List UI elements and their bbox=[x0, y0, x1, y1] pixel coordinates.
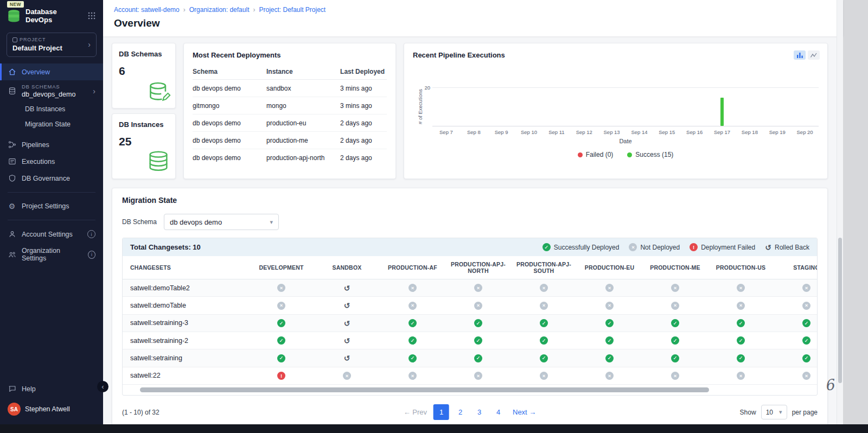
page-button-1[interactable]: 1 bbox=[433, 404, 449, 420]
pagination-range: (1 - 10) of 32 bbox=[122, 409, 159, 416]
not-deployed-icon: × bbox=[671, 372, 679, 380]
not-deployed-icon: × bbox=[802, 284, 810, 292]
pipeline-chart: # of Executions 20 Sep 7Sep 8Sep 9Sep 10… bbox=[413, 87, 819, 158]
info-icon[interactable]: i bbox=[87, 230, 95, 238]
success-icon: ✓ bbox=[671, 354, 679, 362]
changeset-row: satwell:demoTable×↺××××××× bbox=[123, 297, 817, 314]
deployments-column-header: Instance bbox=[266, 63, 340, 80]
sidebar-item-migration-state[interactable]: Migration State bbox=[0, 117, 103, 132]
db-schemas-value: db_devops_demo bbox=[22, 91, 75, 98]
info-icon[interactable]: i bbox=[88, 251, 95, 259]
project-selector[interactable]: PROJECT Default Project › bbox=[7, 33, 97, 57]
prev-button[interactable]: ← Prev bbox=[404, 408, 427, 416]
not-deployed-icon: × bbox=[474, 302, 482, 310]
x-tick-label: Sep 14 bbox=[626, 129, 653, 135]
status-cell: ✓ bbox=[248, 332, 314, 349]
bar-chart-toggle[interactable] bbox=[794, 50, 806, 60]
breadcrumb: Account: satwell-demo›Organization: defa… bbox=[114, 6, 832, 14]
chat-bubble-icon bbox=[8, 385, 16, 393]
sidebar-item-pipelines[interactable]: Pipelines bbox=[0, 136, 103, 153]
legend-label: Success (15) bbox=[635, 151, 673, 158]
status-legend-item: ↺Rolled Back bbox=[765, 244, 809, 251]
project-name: Default Project bbox=[12, 44, 62, 52]
project-icon bbox=[12, 37, 17, 42]
sidebar-item-help[interactable]: Help bbox=[0, 380, 103, 397]
status-cell: ✓ bbox=[445, 332, 511, 349]
status-cell: × bbox=[642, 279, 708, 297]
breadcrumb-item[interactable]: Project: Default Project bbox=[259, 6, 326, 14]
breadcrumb-item[interactable]: Account: satwell-demo bbox=[114, 6, 180, 14]
chart-slot bbox=[488, 88, 515, 126]
success-icon: ✓ bbox=[474, 336, 482, 345]
status-cell: × bbox=[577, 297, 642, 314]
x-tick-label: Sep 18 bbox=[736, 129, 763, 135]
schema-link[interactable]: db devops demo bbox=[193, 132, 266, 149]
app-window: NEW Database DevOps PROJECT Default Proj… bbox=[0, 0, 868, 424]
chart-xticks: Sep 7Sep 8Sep 9Sep 10Sep 11Sep 12Sep 13S… bbox=[432, 129, 819, 135]
db-schema-select[interactable]: db devops demo ▾ bbox=[164, 214, 279, 230]
last-deployed-cell: 3 mins ago bbox=[340, 80, 387, 97]
selected-schema: db devops demo bbox=[170, 218, 222, 226]
breadcrumb-separator: › bbox=[183, 6, 186, 14]
content: DB Schemas 6 DB Instances 25 bbox=[103, 36, 843, 424]
status-cell: × bbox=[445, 367, 511, 384]
changeset-name: satwell:demoTable bbox=[123, 297, 248, 314]
breadcrumb-item[interactable]: Organization: default bbox=[189, 6, 250, 14]
apps-grid-icon[interactable] bbox=[87, 11, 97, 21]
sidebar-item-project-settings[interactable]: ⚙ Project Settings bbox=[0, 198, 103, 214]
recent-deployments-card: Most Recent Deployments SchemaInstanceLa… bbox=[183, 43, 396, 179]
schema-link[interactable]: db devops demo bbox=[193, 114, 266, 132]
chevron-right-icon: › bbox=[93, 87, 95, 95]
shield-icon bbox=[8, 174, 16, 182]
status-cell: ↺ bbox=[314, 279, 380, 297]
page-button-2[interactable]: 2 bbox=[452, 404, 468, 420]
status-cell: × bbox=[774, 297, 817, 314]
changeset-row: satwell:setraining-3✓↺✓✓✓✓✓✓✓ bbox=[123, 314, 817, 332]
next-button[interactable]: Next → bbox=[513, 408, 536, 416]
user-profile[interactable]: SA Stephen Atwell bbox=[0, 397, 103, 424]
sidebar-collapse-button[interactable]: ‹ bbox=[97, 381, 108, 392]
sidebar-item-db-schemas[interactable]: DB SCHEMAS db_devops_demo › bbox=[0, 80, 103, 101]
sidebar-item-account-settings[interactable]: Account Settings i bbox=[0, 226, 103, 243]
horizontal-scrollbar[interactable] bbox=[127, 387, 813, 392]
sidebar-item-overview[interactable]: Overview bbox=[0, 63, 103, 80]
y-axis-tick: 20 bbox=[424, 85, 430, 91]
sidebar-item-executions[interactable]: Executions bbox=[0, 153, 103, 170]
sidebar-item-db-instances[interactable]: DB Instances bbox=[0, 101, 103, 117]
gear-icon: ⚙ bbox=[8, 202, 16, 210]
not-deployed-icon: × bbox=[343, 372, 351, 380]
line-chart-toggle[interactable] bbox=[808, 50, 820, 60]
failed-icon: ! bbox=[277, 372, 285, 380]
page-size-select[interactable]: 10 ▾ bbox=[761, 405, 787, 419]
chevron-right-icon: › bbox=[88, 40, 91, 49]
page-button-3[interactable]: 3 bbox=[471, 404, 487, 420]
deployments-header-row: SchemaInstanceLast Deployed bbox=[193, 63, 387, 80]
scrollbar-thumb[interactable] bbox=[838, 238, 842, 383]
sidebar-item-db-governance[interactable]: DB Governance bbox=[0, 170, 103, 187]
success-icon: ✓ bbox=[540, 336, 548, 345]
x-tick-label: Sep 7 bbox=[432, 129, 460, 135]
page-button-4[interactable]: 4 bbox=[490, 404, 506, 420]
vertical-scrollbar[interactable] bbox=[837, 0, 843, 424]
chart-slot bbox=[570, 88, 598, 126]
env-column-header: PRODUCTION-APJ-SOUTH bbox=[511, 256, 577, 279]
schema-link[interactable]: gitmongo bbox=[193, 97, 266, 114]
success-icon: ✓ bbox=[277, 319, 285, 327]
status-cell: × bbox=[511, 297, 577, 314]
chart-bar bbox=[720, 98, 724, 126]
migration-table: CHANGESETSDEVELOPMENTSANDBOXPRODUCTION-A… bbox=[123, 256, 817, 385]
status-cell: × bbox=[708, 297, 774, 314]
table-row: gitmongomongo3 mins ago bbox=[193, 97, 387, 114]
window-bottom-edge bbox=[0, 424, 868, 433]
legend-label: Failed (0) bbox=[586, 151, 614, 158]
status-cell: ✓ bbox=[642, 332, 708, 349]
schema-link[interactable]: db devops demo bbox=[193, 80, 266, 97]
status-cell: ✓ bbox=[445, 314, 511, 332]
database-icon bbox=[8, 87, 16, 95]
schema-link[interactable]: db devops demo bbox=[193, 149, 266, 167]
status-cell: × bbox=[577, 367, 642, 384]
window-gutter: 6 bbox=[843, 0, 868, 424]
status-cell: ✓ bbox=[577, 332, 642, 349]
scrollbar-thumb[interactable] bbox=[140, 387, 709, 392]
sidebar-item-organization-settings[interactable]: Organization Settings i bbox=[0, 243, 103, 266]
